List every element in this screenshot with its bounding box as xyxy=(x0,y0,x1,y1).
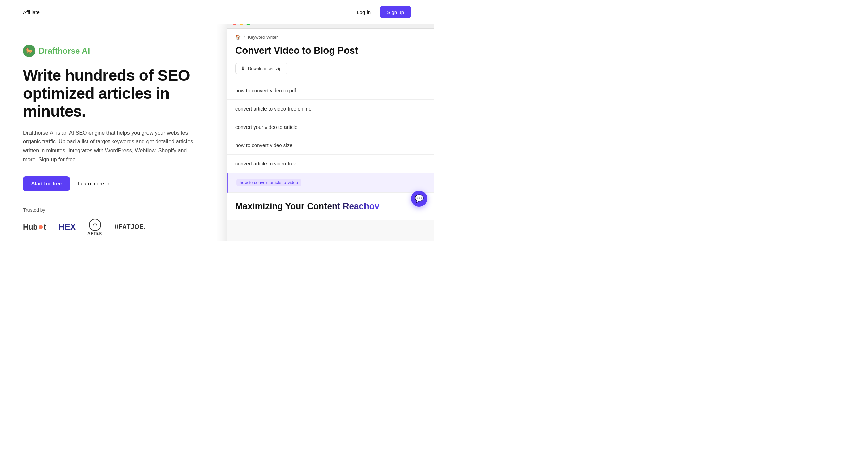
hex-logo: HEX xyxy=(58,222,75,232)
after-circle xyxy=(89,219,101,231)
keyword-text-5: convert article to video free xyxy=(235,161,296,166)
header: Affiliate Log in Sign up xyxy=(0,0,434,24)
after-inner-circle xyxy=(93,223,97,226)
keyword-item-6[interactable]: how to convert article to video xyxy=(227,173,434,193)
trusted-by: Trusted by Hubt HEX AFTER /\FATJOE. xyxy=(23,207,194,235)
fatjoe-logo: /\FATJOE. xyxy=(115,223,146,231)
left-panel: 🐎 Drafthorse AI Write hundreds of SEO op… xyxy=(0,24,217,241)
breadcrumb-page-label: Keyword Writer xyxy=(248,35,278,40)
article-preview: Maximizing Your Content Reachov xyxy=(227,193,434,220)
main-content: 🐎 Drafthorse AI Write hundreds of SEO op… xyxy=(0,24,434,241)
brand-logo: 🐎 Drafthorse AI xyxy=(23,45,194,57)
cta-buttons: Start for free Learn more → xyxy=(23,176,194,191)
chat-icon: 💬 xyxy=(415,194,424,203)
article-title-gradient: Maximizing Your Content Reachov xyxy=(235,201,379,211)
after-text: AFTER xyxy=(88,232,102,235)
app-window: 🏠 / Keyword Writer Convert Video to Blog… xyxy=(227,24,434,241)
header-left: Affiliate xyxy=(23,9,40,15)
download-btn-label: Download as .zip xyxy=(248,66,281,71)
page-title: Convert Video to Blog Post xyxy=(227,42,434,63)
download-zip-button[interactable]: ⬇ Download as .zip xyxy=(235,63,287,74)
keyword-tag-6: how to convert article to video xyxy=(236,179,301,186)
keyword-text-3: convert your video to article xyxy=(235,124,297,130)
keyword-item-4[interactable]: how to convert video size xyxy=(227,136,434,155)
hero-description: Drafthorse AI is an AI SEO engine that h… xyxy=(23,129,194,164)
home-icon[interactable]: 🏠 xyxy=(235,34,241,40)
keyword-text-1: how to convert video to pdf xyxy=(235,87,296,93)
start-for-free-button[interactable]: Start for free xyxy=(23,176,70,191)
minimize-traffic-light xyxy=(239,24,243,25)
login-button[interactable]: Log in xyxy=(353,6,375,18)
keyword-text-2: convert article to video free online xyxy=(235,106,311,112)
keyword-item-1[interactable]: how to convert video to pdf xyxy=(227,81,434,100)
keyword-item-3[interactable]: convert your video to article xyxy=(227,118,434,136)
keyword-list: how to convert video to pdf convert arti… xyxy=(227,81,434,193)
article-preview-title: Maximizing Your Content Reachov xyxy=(235,201,434,212)
download-icon: ⬇ xyxy=(241,66,245,71)
chat-bubble[interactable]: 💬 xyxy=(411,191,427,207)
close-traffic-light xyxy=(233,24,237,25)
learn-more-link[interactable]: Learn more → xyxy=(78,181,111,186)
keyword-item-2[interactable]: convert article to video free online xyxy=(227,100,434,118)
hubspot-dot xyxy=(39,225,43,229)
hubspot-logo: Hubt xyxy=(23,223,46,232)
app-inner: 🏠 / Keyword Writer Convert Video to Blog… xyxy=(227,29,434,220)
affiliate-link[interactable]: Affiliate xyxy=(23,9,40,15)
after-logo: AFTER xyxy=(88,219,102,235)
keyword-text-4: how to convert video size xyxy=(235,142,292,148)
header-right: Log in Sign up xyxy=(353,6,411,18)
logo-icon: 🐎 xyxy=(23,45,35,57)
trusted-by-label: Trusted by xyxy=(23,207,194,213)
right-panel: 🏠 / Keyword Writer Convert Video to Blog… xyxy=(217,24,434,241)
hero-title: Write hundreds of SEO optimized articles… xyxy=(23,66,194,120)
brand-name: Drafthorse AI xyxy=(39,46,90,56)
keyword-item-5[interactable]: convert article to video free xyxy=(227,155,434,173)
signup-button[interactable]: Sign up xyxy=(380,6,411,18)
expand-traffic-light xyxy=(246,24,250,25)
breadcrumb: 🏠 / Keyword Writer xyxy=(227,29,434,42)
app-titlebar xyxy=(227,24,434,29)
logos-row: Hubt HEX AFTER /\FATJOE. xyxy=(23,219,194,235)
breadcrumb-separator: / xyxy=(244,35,245,40)
